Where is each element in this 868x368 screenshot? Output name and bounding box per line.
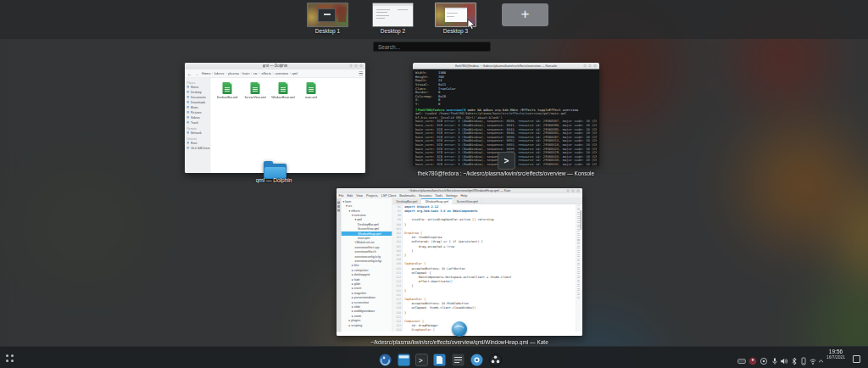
taskbar-app-firefox[interactable] bbox=[379, 354, 392, 366]
qml-file-icon bbox=[223, 82, 232, 94]
document-tab[interactable]: WindowHeap.qml bbox=[421, 198, 453, 204]
minimize-icon[interactable] bbox=[567, 189, 570, 192]
document-tab[interactable]: DesktopBar.qml bbox=[392, 198, 421, 204]
close-icon[interactable] bbox=[594, 64, 597, 67]
window-controls[interactable] bbox=[567, 189, 580, 192]
breadcrumb-segment[interactable]: qml bbox=[292, 71, 298, 75]
document-tab[interactable]: ScreenView.qml bbox=[453, 198, 482, 204]
forward-icon[interactable]: → bbox=[195, 70, 200, 78]
tray-keyboard-icon[interactable] bbox=[737, 354, 746, 362]
close-icon[interactable] bbox=[577, 189, 580, 192]
plasma-overview-screen: Desktop 1 Desktop 2 Desktop 3 + qml — Do… bbox=[0, 0, 868, 368]
desktop-1-preview bbox=[308, 3, 348, 26]
file-item[interactable]: ScreenView.qml bbox=[243, 82, 268, 98]
breadcrumb-segment[interactable]: Home bbox=[202, 71, 211, 75]
window-thumbnail-dolphin[interactable]: qml — Dolphin ← → Home›kdesrc›plasma›kwi… bbox=[185, 63, 365, 173]
stat-label: Y: bbox=[415, 102, 438, 106]
hamburger-menu-icon[interactable] bbox=[359, 71, 364, 75]
minimize-icon[interactable] bbox=[584, 64, 587, 67]
file-icon-line bbox=[281, 87, 286, 88]
file-icon-line bbox=[253, 89, 258, 90]
breadcrumb-separator: › bbox=[251, 71, 252, 75]
tray-network-wireless-icon[interactable] bbox=[809, 354, 817, 362]
desktop-thumbnail-2[interactable] bbox=[372, 3, 414, 27]
close-icon[interactable] bbox=[360, 64, 363, 67]
code-view[interactable]: import QtQuick 2.12import org.kde.kwin 3… bbox=[403, 204, 576, 332]
tray-volume-icon[interactable] bbox=[780, 354, 788, 362]
breadcrumb-segment[interactable]: kdesrc bbox=[214, 71, 225, 75]
konsole-title: fhek780@fedora : ~/kdesrc/plasma/kwin/sr… bbox=[413, 63, 599, 69]
desktop-thumbnail-1[interactable] bbox=[307, 3, 348, 27]
menu-view[interactable]: View bbox=[356, 193, 363, 198]
maximize-icon[interactable] bbox=[572, 189, 575, 192]
breadcrumb: Home›kdesrc›plasma›kwin›src›effects›over… bbox=[202, 71, 357, 75]
dolphin-body: PlacesHomeDesktopDocumentsDownloadsMusic… bbox=[185, 78, 365, 173]
menu-help[interactable]: Help bbox=[461, 193, 468, 198]
menu-bookmarks[interactable]: Bookmarks bbox=[399, 193, 415, 198]
maximize-icon[interactable] bbox=[589, 64, 592, 67]
kate-body: ▾ kwin▾ src▾ effects▾ overview▾ qmlDeskt… bbox=[337, 198, 582, 332]
file-name: WindowHeap.qml bbox=[271, 96, 296, 99]
tray-kdeconnect-icon[interactable] bbox=[799, 354, 808, 362]
menu-lsp-client[interactable]: LSP Client bbox=[381, 193, 397, 198]
tree-item[interactable]: ▸ scripting bbox=[342, 323, 392, 327]
project-tree: ▾ kwin▾ src▾ effects▾ overview▾ qmlDeskt… bbox=[342, 198, 393, 332]
taskbar-app-kate[interactable] bbox=[433, 354, 446, 366]
tray-screen-record-icon[interactable] bbox=[760, 354, 768, 362]
breadcrumb-segment[interactable]: src bbox=[253, 71, 258, 75]
konsole-app-icon: > bbox=[498, 152, 515, 170]
file-name: DesktopBar.qml bbox=[215, 96, 240, 99]
kate-window-caption[interactable]: ~/kdesrc/plasma/kwin/src/effects/overvie… bbox=[324, 339, 595, 345]
breadcrumb-segment[interactable]: plasma bbox=[228, 71, 239, 75]
minimap-thumb[interactable] bbox=[580, 210, 582, 230]
window-thumbnail-kate[interactable]: ~/kdesrc/plasma/kwin/src/effects/overvie… bbox=[337, 188, 582, 336]
desktop-bar bbox=[0, 0, 868, 39]
minimize-icon[interactable] bbox=[350, 64, 353, 67]
menu-projects[interactable]: Projects bbox=[366, 193, 378, 198]
taskbar-app-chromium[interactable] bbox=[470, 354, 483, 366]
tray-microphone-icon[interactable] bbox=[771, 354, 779, 362]
taskbar-app-dolphin[interactable] bbox=[398, 354, 410, 366]
app-launcher-icon[interactable] bbox=[4, 353, 15, 364]
places-item[interactable]: 16.0 GiB Drive bbox=[185, 146, 210, 151]
window-controls[interactable] bbox=[350, 64, 363, 67]
konsole-window-caption[interactable]: fhek780@fedora : ~/kdesrc/plasma/kwin/sr… bbox=[396, 170, 616, 176]
add-desktop-button[interactable]: + bbox=[502, 3, 548, 26]
file-item[interactable]: WindowHeap.qml bbox=[271, 82, 296, 98]
dolphin-toolbar: ← → Home›kdesrc›plasma›kwin›src›effects›… bbox=[185, 70, 365, 79]
back-icon[interactable]: ← bbox=[187, 70, 192, 78]
file-item[interactable]: main.qml bbox=[299, 82, 324, 98]
desktop-label-2[interactable]: Desktop 2 bbox=[372, 28, 414, 34]
file-icon-line bbox=[225, 89, 230, 90]
line-number: 124 bbox=[392, 328, 401, 332]
breadcrumb-separator: › bbox=[290, 71, 291, 75]
taskbar-app-konsole[interactable]: > bbox=[415, 354, 428, 366]
breadcrumb-segment[interactable]: effects bbox=[261, 71, 271, 75]
breadcrumb-segment[interactable]: kwin bbox=[242, 71, 249, 75]
window-thumbnail-konsole[interactable]: fhek780@fedora : ~/kdesrc/plasma/kwin/sr… bbox=[413, 63, 599, 166]
taskbar-app-text-editor[interactable] bbox=[452, 354, 465, 366]
search-input[interactable] bbox=[373, 42, 491, 52]
show-desktop-button[interactable] bbox=[853, 355, 860, 363]
tray-obs-icon[interactable] bbox=[748, 354, 757, 362]
minimap[interactable] bbox=[576, 204, 583, 332]
places-panel: PlacesHomeDesktopDocumentsDownloadsMusic… bbox=[185, 78, 211, 173]
maximize-icon[interactable] bbox=[355, 64, 358, 67]
tray-bluetooth-icon[interactable] bbox=[790, 354, 798, 362]
file-icon-line bbox=[253, 87, 258, 88]
menu-sessions[interactable]: Sessions bbox=[419, 193, 431, 198]
file-item[interactable]: DesktopBar.qml bbox=[215, 82, 240, 98]
desktop-label-1[interactable]: Desktop 1 bbox=[307, 28, 348, 34]
file-icon-line bbox=[281, 89, 286, 90]
dolphin-window-caption[interactable]: qml — Dolphin bbox=[164, 177, 384, 183]
taskbar-app-obs-studio[interactable] bbox=[489, 354, 502, 366]
breadcrumb-segment[interactable]: overview bbox=[275, 71, 288, 75]
digital-clock[interactable]: 19:56 16/7/2021 bbox=[823, 348, 849, 360]
window-controls[interactable] bbox=[584, 64, 597, 67]
menu-settings[interactable]: Settings bbox=[446, 193, 458, 198]
file-icon-line bbox=[309, 87, 314, 88]
menu-file[interactable]: File bbox=[339, 193, 344, 198]
menu-tools[interactable]: Tools bbox=[435, 193, 442, 198]
menu-edit[interactable]: Edit bbox=[348, 193, 353, 198]
clock-date: 16/7/2021 bbox=[823, 354, 849, 360]
